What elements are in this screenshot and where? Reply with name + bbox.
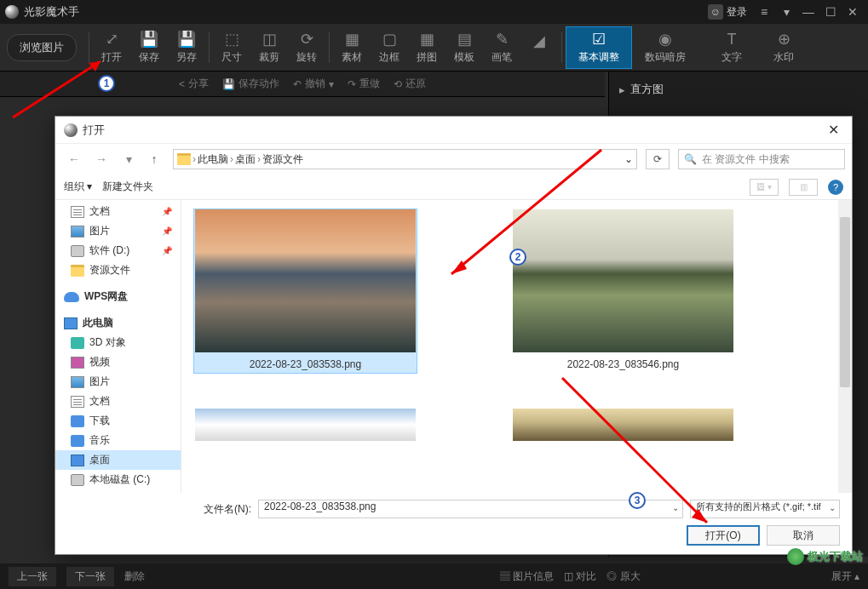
restore-button[interactable]: ⟲还原 [394, 77, 426, 91]
share-icon: < [179, 78, 185, 90]
material-icon: ▦ [345, 30, 359, 49]
histogram-header[interactable]: ▸ 直方图 [616, 78, 861, 100]
maximize-button[interactable]: ☐ [820, 3, 841, 20]
adjust-icon: ☑ [592, 30, 606, 49]
nav-forward-button[interactable]: → [89, 149, 113, 169]
browse-button[interactable]: 浏览图片 [7, 34, 77, 61]
thumbnail-image [195, 409, 416, 441]
compare-button[interactable]: ◫ 对比 [564, 569, 596, 584]
toolbar-open[interactable]: ⤢打开 [93, 26, 130, 69]
file-thumbnail[interactable]: 2022-08-23_083538.png [193, 209, 417, 374]
organize-button[interactable]: 组织 ▾ [64, 180, 92, 194]
sidebar-item-3d[interactable]: 3D 对象 [55, 333, 181, 352]
menu-button[interactable]: ≡ [754, 3, 774, 20]
sidebar-item-video[interactable]: 视频 [55, 352, 181, 372]
toolbar-text[interactable]: T文字 [698, 26, 765, 69]
cancel-button[interactable]: 取消 [767, 525, 840, 546]
toolbar-more[interactable]: ◢ [520, 26, 558, 69]
toolbar-material[interactable]: ▦素材 [333, 26, 371, 69]
sidebar-item-documents[interactable]: 文档📌 [55, 202, 181, 221]
share-button[interactable]: <分享 [179, 77, 209, 91]
view-mode-button[interactable]: 🖼 ▾ [750, 179, 779, 196]
toolbar-basic-adjust[interactable]: ☑基本调整 [566, 26, 632, 69]
file-thumbnail[interactable] [511, 408, 735, 442]
toolbar-collage[interactable]: ▦拼图 [408, 26, 445, 69]
sidebar-item-downloads[interactable]: 下载 [55, 411, 181, 431]
undo-button[interactable]: ↶撤销▾ [293, 77, 334, 91]
sidebar-item-music[interactable]: 音乐 [55, 431, 181, 450]
sidebar-item-wps[interactable]: WPS网盘 [55, 287, 181, 306]
open-button[interactable]: 打开(O) [687, 525, 760, 546]
save-action-button[interactable]: 💾保存动作 [222, 77, 279, 91]
sidebar-item-desktop[interactable]: 桌面 [55, 450, 181, 470]
sidebar-item-documents2[interactable]: 文档 [55, 392, 181, 411]
next-image-button[interactable]: 下一张 [66, 567, 114, 586]
breadcrumb-item[interactable]: 桌面 [235, 152, 256, 167]
preview-pane-button[interactable]: ▥ [789, 179, 818, 196]
picture-icon [71, 226, 84, 237]
login-button[interactable]: ☺ 登录 [708, 4, 747, 20]
toolbar-save[interactable]: 💾保存 [130, 26, 168, 69]
breadcrumb-item[interactable]: 此电脑 [198, 152, 228, 167]
filename-input[interactable]: 2022-08-23_083538.png⌄ [258, 500, 683, 518]
sidebar-item-resources[interactable]: 资源文件 [55, 260, 181, 280]
redo-button[interactable]: ↷重做 [348, 77, 380, 91]
toolbar-border[interactable]: ▢边框 [371, 26, 408, 69]
file-area[interactable]: 2022-08-23_083538.png 2022-08-23_083546.… [181, 200, 852, 493]
new-folder-button[interactable]: 新建文件夹 [102, 180, 153, 194]
file-thumbnail[interactable] [193, 408, 417, 442]
toolbar-rotate[interactable]: ⟳旋转 [288, 26, 325, 69]
breadcrumb-dropdown-icon[interactable]: ⌄ [624, 153, 633, 165]
app-title: 光影魔术手 [24, 4, 708, 20]
image-info-button[interactable]: ▤ 图片信息 [500, 569, 554, 584]
expand-button[interactable]: 展开 ▴ [831, 569, 859, 584]
search-input[interactable]: 🔍 在 资源文件 中搜索 [678, 149, 845, 169]
scrollbar[interactable] [838, 200, 852, 493]
prev-image-button[interactable]: 上一张 [9, 567, 56, 586]
minimize-button[interactable]: — [798, 3, 819, 20]
nav-up-button[interactable]: ↑ [144, 149, 164, 169]
filetype-select[interactable]: 所有支持的图片格式 (*.gif; *.tif⌄ [690, 500, 840, 518]
template-icon: ▤ [457, 30, 472, 49]
filename-label: 文件名(N): [67, 502, 251, 517]
pin-icon: 📌 [162, 246, 172, 255]
toolbar-template[interactable]: ▤模板 [445, 26, 483, 69]
toolbar-darkroom[interactable]: ◉数码暗房 [632, 26, 698, 69]
sidebar-item-pictures2[interactable]: 图片 [55, 372, 181, 392]
sidebar-item-thispc[interactable]: 此电脑 [55, 313, 181, 333]
toolbar-size[interactable]: ⬚尺寸 [213, 26, 250, 69]
toolbar-crop[interactable]: ◫裁剪 [250, 26, 288, 69]
thumbnail-image [513, 209, 733, 352]
breadcrumb[interactable]: › 此电脑 › 桌面 › 资源文件 ⌄ [173, 149, 637, 169]
delete-button[interactable]: 删除 [124, 569, 145, 584]
refresh-button[interactable]: ⟳ [646, 149, 670, 169]
close-button[interactable]: ✕ [842, 3, 863, 20]
nav-recent-button[interactable]: ▾ [117, 149, 141, 169]
dropdown-button[interactable]: ▾ [776, 3, 796, 20]
histogram-label: 直方图 [630, 82, 664, 97]
more-icon: ◢ [533, 31, 545, 50]
scrollbar-thumb[interactable] [840, 217, 850, 387]
toolbar-saveas[interactable]: 💾另存 [168, 26, 205, 69]
help-button[interactable]: ? [828, 180, 843, 195]
video-icon [71, 357, 84, 369]
toolbar-brush[interactable]: ✎画笔 [483, 26, 520, 69]
music-icon [71, 435, 84, 447]
original-size-button[interactable]: ◎ 原大 [606, 569, 640, 584]
document-icon [71, 206, 84, 218]
nav-back-button[interactable]: ← [62, 149, 86, 169]
dropdown-icon[interactable]: ⌄ [672, 503, 679, 512]
save-icon: 💾 [140, 30, 158, 49]
thumbnail-image [195, 209, 416, 352]
breadcrumb-item[interactable]: 资源文件 [262, 152, 303, 167]
dialog-close-button[interactable]: ✕ [823, 122, 843, 138]
sidebar-item-pictures[interactable]: 图片📌 [55, 221, 181, 241]
sidebar-item-drive-c[interactable]: 本地磁盘 (C:) [55, 470, 181, 489]
pin-icon: 📌 [162, 226, 172, 236]
pin-icon: 📌 [162, 207, 172, 216]
toolbar-watermark[interactable]: ⊕水印 [765, 26, 802, 69]
folder-icon [71, 265, 84, 277]
file-thumbnail[interactable]: 2022-08-23_083546.png [511, 209, 735, 374]
dropdown-icon[interactable]: ⌄ [829, 503, 836, 512]
sidebar-item-drive-d[interactable]: 软件 (D:)📌 [55, 241, 181, 260]
